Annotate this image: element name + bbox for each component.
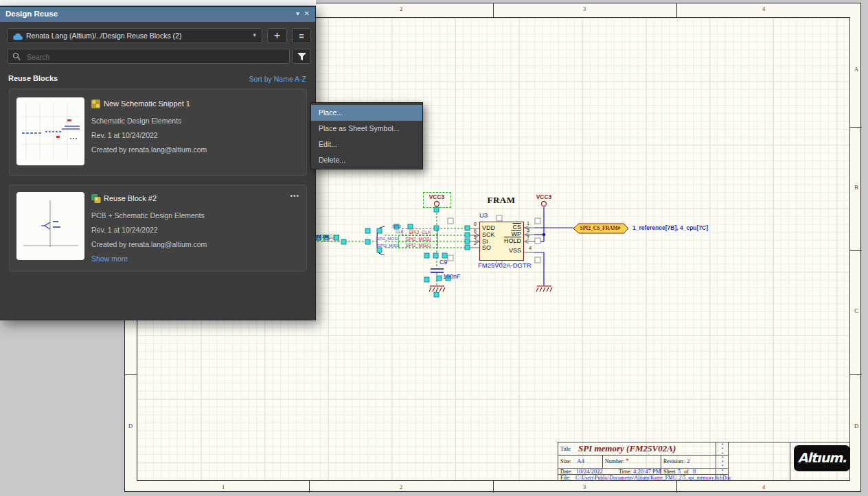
altium-logo: Altıum.: [794, 445, 850, 471]
pin-number-3: 3: [527, 227, 529, 233]
pin-name-so: SO: [482, 244, 491, 251]
thumbnail-preview-pcb-schematic: [16, 192, 84, 260]
folder-dropdown[interactable]: Renata Lang (Altium)/../Design Reuse Blo…: [7, 28, 262, 43]
file-path: C:\Users\Public\Documents\Altium\Kame_FM…: [575, 475, 731, 481]
design-reuse-panel: Design Reuse ▾ ✕ Renata Lang (Altium)/..…: [0, 6, 316, 320]
reuse-block-card-1[interactable]: New Schematic Snippet 1 Schematic Design…: [9, 88, 307, 176]
ground-symbols: [429, 286, 552, 292]
selection-handles[interactable]: [316, 207, 470, 297]
block-created-by-1: Created by renata.lang@altium.com: [91, 145, 207, 154]
fold-marks: ********: [719, 443, 726, 479]
junction-dot: [542, 233, 546, 237]
block-thumbnail-1[interactable]: [16, 97, 84, 165]
component-part-number[interactable]: FM25V02A-DGTR: [478, 261, 532, 269]
cloud-icon: [12, 32, 23, 40]
pin-number-4: 4: [529, 245, 532, 251]
panel-top-strip: [0, 0, 316, 6]
show-more-link[interactable]: Show more: [91, 255, 128, 263]
section-title: Reuse Blocks: [8, 74, 58, 82]
panel-header[interactable]: Design Reuse ▾ ✕: [0, 7, 315, 22]
block-created-by-2: Created by renata.lang@altium.com: [91, 240, 207, 248]
revision-value: 2: [687, 458, 690, 464]
net-label-spi2-miso[interactable]: SPI2_MISO: [398, 241, 438, 248]
time-value: 4:20:47 PM: [633, 468, 661, 475]
net-label-spi2-clk[interactable]: SPI2_CLK: [402, 228, 438, 235]
pin-number-7: 7: [527, 234, 529, 240]
chevron-down-icon: ▾: [253, 32, 256, 38]
revision-label: Revision:: [663, 458, 685, 464]
sheet-number: 5: [678, 468, 681, 475]
search-icon: [12, 52, 21, 61]
block-type-1: Schematic Design Elements: [91, 117, 181, 125]
search-input[interactable]: [25, 50, 282, 64]
menu-item-place[interactable]: Place...: [311, 105, 422, 121]
of-label: of: [684, 469, 689, 475]
context-menu: Place... Place as Sheet Symbol... Edit..…: [310, 102, 423, 169]
block-title-2[interactable]: Reuse Block #2: [104, 194, 157, 202]
thumbnail-preview-schematic: [16, 97, 84, 165]
port-label[interactable]: SPI2_CS_FRAM#: [575, 225, 625, 231]
menu-item-delete[interactable]: Delete...: [311, 152, 422, 168]
pin-number-1: 1: [527, 220, 529, 226]
block-thumbnail-2[interactable]: [16, 192, 84, 260]
block-revision-2: Rev. 1 at 10/24/2022: [91, 226, 158, 234]
pin-name-vss: VSS: [499, 247, 521, 254]
filter-funnel-icon: [297, 53, 306, 61]
size-value: A4: [577, 458, 584, 464]
pin-name-cs: CS: [499, 224, 521, 231]
panel-menu-button[interactable]: ≡: [292, 28, 311, 43]
folder-dropdown-value: Renata Lang (Altium)/../Design Reuse Blo…: [26, 32, 181, 40]
bus-label-spi2: SPI2: [392, 224, 401, 228]
bus-label-mosi: SPI2_MOSI: [376, 237, 398, 241]
power-net-vcc3-left[interactable]: VCC3: [424, 193, 450, 200]
reuse-block-card-2[interactable]: Reuse Block #2 ••• PCB + Schematic Desig…: [9, 185, 307, 272]
altium-workspace: 1 2 3 4 1 2 3 4 A B C D A B C D: [0, 0, 868, 496]
sheet-title: SPI memory (FM25V02A): [578, 443, 676, 454]
power-net-vcc3-right[interactable]: VCC3: [531, 193, 557, 200]
panel-close-icon[interactable]: ✕: [304, 10, 310, 17]
capacitor-symbol[interactable]: [431, 269, 444, 272]
file-label: File:: [560, 475, 571, 481]
time-label: Time:: [619, 469, 632, 475]
pin-number-5: 5: [467, 234, 477, 240]
capacitor-value[interactable]: 100nF: [443, 273, 461, 280]
sort-link[interactable]: Sort by Name A-Z: [249, 75, 306, 83]
block-revision-1: Rev. 1 at 10/24/2022: [91, 131, 158, 139]
pin-name-vdd: VDD: [482, 224, 495, 231]
pin-name-wp: WP: [499, 231, 521, 237]
menu-item-place-as-sheet-symbol[interactable]: Place as Sheet Symbol...: [311, 121, 422, 137]
add-reuse-block-button[interactable]: +: [267, 28, 287, 43]
schematic-snippet-icon: [91, 99, 100, 108]
sheet-total: 8: [693, 468, 696, 475]
pin-name-hold: HOLD: [499, 237, 521, 244]
number-label: Number:: [605, 458, 624, 464]
bus-tail-label[interactable]: SPI2: [323, 235, 339, 241]
pcb-schematic-block-icon: [91, 194, 101, 203]
component-title[interactable]: FRAM: [477, 195, 525, 206]
pin-number-6: 6: [467, 228, 477, 234]
search-box[interactable]: [7, 49, 290, 64]
pin-number-2: 2: [467, 240, 477, 246]
block-title-1[interactable]: New Schematic Snippet 1: [104, 99, 190, 108]
capacitor-designator[interactable]: C9: [439, 259, 448, 265]
bus-label-miso: SPI2_MISO: [378, 244, 400, 248]
port-cross-references: 1_reference[7B], 4_cpu[7C]: [632, 224, 708, 231]
pin-number-8: 8: [467, 221, 477, 227]
filter-button[interactable]: [292, 49, 311, 64]
panel-title: Design Reuse: [5, 10, 58, 18]
date-value: 10/24/2022: [576, 468, 603, 475]
panel-collapse-icon[interactable]: ▾: [296, 10, 299, 17]
menu-item-edit[interactable]: Edit...: [311, 137, 422, 152]
titleblock-title-label: Title: [560, 446, 571, 452]
sheet-label: Sheet: [663, 469, 676, 475]
component-designator[interactable]: U3: [479, 211, 488, 219]
bus-label-clk: CLK: [396, 230, 404, 234]
block-type-2: PCB + Schematic Design Elements: [91, 211, 205, 220]
more-options-icon[interactable]: •••: [290, 192, 299, 200]
size-label: Size:: [560, 458, 571, 464]
pin-name-sck: SCK: [482, 231, 495, 238]
number-value: *: [626, 457, 629, 464]
date-label: Date:: [560, 469, 572, 475]
